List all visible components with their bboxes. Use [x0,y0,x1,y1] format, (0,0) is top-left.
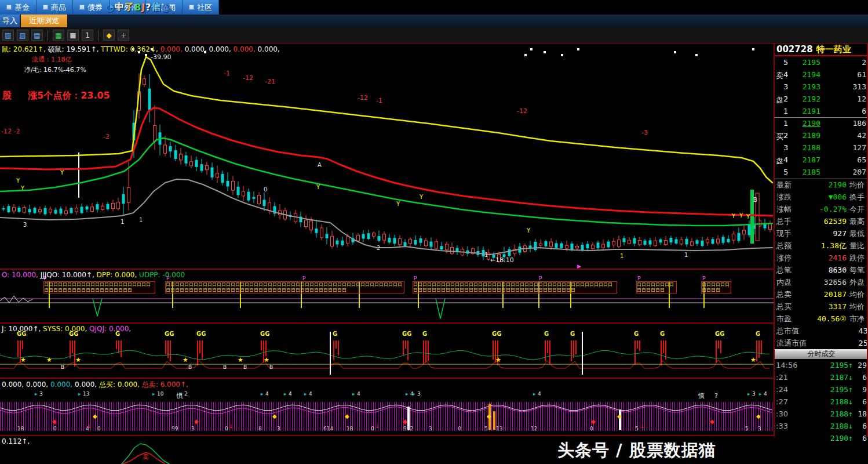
tick-trade-header: 分时成交 [775,349,868,359]
main-kline-panel[interactable]: 流通：1.18亿净/毛: 16.7%-46.7%股涨5个点价：23.05-39.… [0,44,774,269]
indicator-reading: 0.000, 0.000, [2,380,50,389]
indicator-reading: J: 10.000↑, [2,325,43,333]
stat-value: 32656 [792,278,847,287]
price: 2192 [792,95,820,103]
stat-value: 62539 [792,217,847,226]
level-number: 5 [783,168,792,176]
stock-app-window: 基金商品债券外汇新闻社区 ◔中了8J?信@ 导入 近期浏览 ▧▨▤▦■1◆+ 流… [0,0,868,464]
price: 2191 [792,107,820,115]
level-number: 2 [783,131,792,140]
price: 2194 [792,70,820,79]
price: 2193 [792,82,820,91]
stat-row: 流通市值25 [776,337,868,349]
stat-row: 市盈40.56②市净 [776,313,868,325]
logo-glyph: 中 [115,1,124,13]
indicator-panel-zongmai[interactable]: ◆◆◆◆◆◆◆◆◆◆◆▸3▸13▸10▸2▸4▸4▸4▸4▸4▸3▸4▸3▸4惧… [0,378,774,435]
stat-value: -0.27% [792,205,847,213]
indicator-reading: 0.000, 0.000, [185,45,234,53]
indicator-reading: 硕鼠: 19.591↑, [48,45,101,53]
stat-value: 2416 [792,253,847,262]
top-menubar: 基金商品债券外汇新闻社区 ◔中了8J?信@ [0,0,868,14]
indicator-panel-syss[interactable]: GGGGGGGGGGGGGGGGGGGGGGGG★★★★★★★★BBBBB J:… [0,322,774,378]
logo-glyph: @ [161,2,170,13]
ask-row[interactable]: 4219461 [783,68,868,81]
orderbook-divider [775,117,868,118]
menu-item-1[interactable]: 基金 [0,0,37,14]
trade-price: 2195↑ [800,361,853,369]
trade-time: :30 [776,409,800,418]
tab-recent-browse[interactable]: 近期浏览 [21,14,67,27]
menu-item-6[interactable]: 社区 [183,0,219,14]
stat-row: 总额1.38亿量比 [776,240,868,252]
logo-glyph: 信 [151,1,161,13]
level-number: 4 [783,155,792,164]
menu-grid-icon [43,5,48,10]
stat-row: 总买3317均价 [776,300,868,313]
stat-right-label: 均价 [849,302,868,312]
stat-label: 市盈 [776,314,792,324]
indicator-reading: 0.000, [75,380,99,389]
jjjqo-header: O: 10.000, JJJQO: 10.000↑, DPP: 0.000, U… [2,271,185,279]
main-area: 流通：1.18亿净/毛: 16.7%-46.7%股涨5个点价：23.05-39.… [0,44,868,464]
crosshair-icon[interactable]: + [118,30,129,41]
menu-item-2[interactable]: 商品 [37,0,73,14]
level-number: 1 [783,119,792,128]
bid-row[interactable]: 32188127 [783,142,868,154]
stock-title-bar[interactable]: 002728 特一药业 [775,44,868,56]
stat-row: 涨停2416跌停 [776,252,868,264]
stat-row: 总笔8630每笔 [776,264,868,276]
kline-style-icon[interactable]: ▧ [2,30,14,41]
trade-row: :212187↓6 [776,371,867,383]
trade-price: 2187↓ [800,373,853,382]
menu-item-label: 商品 [51,2,66,13]
ask-row[interactable]: 121916 [783,105,868,117]
stat-right-label: 最低 [849,229,868,239]
indicator-reading: O: 10.000, [2,271,41,279]
indicator-panel-jjjqo[interactable]: 日日日日日日日日日日日日日日日日日日日日日日日日日日日日日日日日日日日日日日日日… [0,269,774,322]
zongmai-header: 0.000, 0.000, 0.000, 0.000, 总买: 0.000, 总… [2,380,188,390]
ask-row[interactable]: 521952 [783,56,868,68]
indicator-reading: 0.112↑, [2,437,30,445]
indicator-reading: 鼠: 20.621↑, [2,45,48,53]
price: 2190 [792,119,820,128]
trade-volume: 18 [853,409,867,418]
stat-row: 总卖20187均价 [776,288,868,300]
order-book: 5219524219461321933132219212121916121901… [775,56,868,179]
bid-row[interactable]: 2218942 [783,129,868,142]
bid-row[interactable]: 4218765 [783,154,868,166]
toolbar-separator [48,30,48,41]
trade-volume: 9 [853,385,867,394]
trade-time: 14:56 [776,361,800,369]
volume: 313 [820,82,868,91]
stat-right-label: 市净 [849,314,868,324]
bid-row[interactable]: 12190186 [783,117,868,129]
stat-value: 20187 [792,290,847,299]
price: 2188 [792,143,820,152]
trade-volume: 6 [853,422,867,430]
ask-row[interactable]: 32193313 [783,81,868,93]
trade-row: :332188↓6 [776,420,867,432]
bid-row[interactable]: 52185207 [783,166,868,178]
volume: 6 [820,107,868,115]
stat-label: 总手 [776,216,792,227]
logo-glyph: J [141,2,145,13]
badge-1-icon[interactable]: 1 [82,30,93,41]
menu-item-3[interactable]: 债券 [73,0,110,14]
tab-import[interactable]: 导入 [0,14,20,27]
stat-right-label: 跌停 [849,253,868,263]
buy-pan-label: 盘 [776,156,783,166]
stat-right-label: 今开 [849,204,868,215]
logo-glyph: ◔ [106,2,114,13]
line-style-icon[interactable]: ▨ [17,30,28,41]
trade-time: :33 [776,422,800,430]
green-grid-icon[interactable]: ▦ [53,30,64,41]
ask-row[interactable]: 2219212 [783,93,868,105]
trade-price: 2188↓ [800,422,853,430]
price: 2195 [792,58,820,67]
grid-style-icon[interactable]: ▤ [31,30,43,41]
stat-row: 涨跌▼006换手 [776,191,868,203]
panel-icon[interactable]: ■ [67,30,79,41]
stat-right-label: 量比 [849,241,868,251]
tick-trade-list[interactable]: 14:562195↑29:212187↓6:242195↑9:272188↓6:… [775,359,868,444]
diamond-tool-icon[interactable]: ◆ [103,30,115,41]
